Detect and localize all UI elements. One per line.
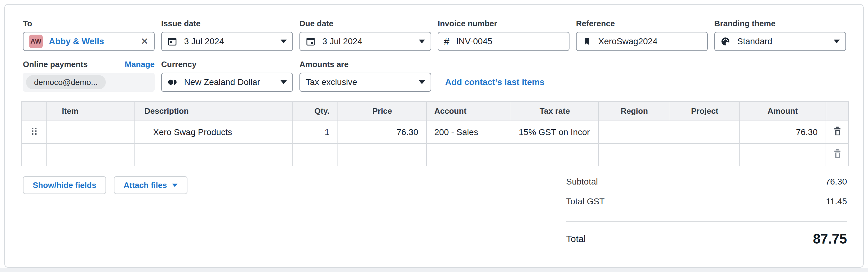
account-cell[interactable] xyxy=(427,143,511,166)
table-header-row: Item Description Qty. Price Account Tax … xyxy=(22,101,848,121)
to-field: To AW Abby & Wells ✕ xyxy=(23,19,155,51)
issue-date-label: Issue date xyxy=(161,19,200,28)
line-items-table-wrap: Item Description Qty. Price Account Tax … xyxy=(21,101,847,166)
chevron-down-icon xyxy=(172,183,178,187)
price-cell[interactable]: 76.30 xyxy=(338,121,427,143)
qty-cell[interactable]: 1 xyxy=(292,121,338,143)
project-cell[interactable] xyxy=(670,143,739,166)
col-header-tax-rate: Tax rate xyxy=(511,101,598,121)
online-payments-field: Online payments Manage democo@demo... xyxy=(23,60,155,92)
calendar-icon xyxy=(167,36,177,46)
bottom-section: Show/hide fields Attach files Subtotal 7… xyxy=(23,176,847,247)
invoice-number-input[interactable]: # INV-0045 xyxy=(438,32,569,51)
currency-field: Currency New Zealand Dollar xyxy=(161,60,293,92)
line-items-table: Item Description Qty. Price Account Tax … xyxy=(21,101,849,166)
reference-input[interactable]: XeroSwag2024 xyxy=(576,32,708,51)
due-date-value: 3 Jul 2024 xyxy=(322,36,362,46)
table-row-empty xyxy=(22,143,848,166)
delete-row-cell[interactable] xyxy=(826,143,848,166)
item-cell[interactable] xyxy=(47,143,134,166)
hash-icon: # xyxy=(444,36,450,47)
delete-column-header xyxy=(826,101,848,121)
currency-coins-icon xyxy=(167,77,177,87)
show-hide-fields-button[interactable]: Show/hide fields xyxy=(23,176,106,194)
attach-files-button[interactable]: Attach files xyxy=(114,176,187,194)
tax-rate-cell[interactable]: 15% GST on Incor xyxy=(511,121,598,143)
total-value: 87.75 xyxy=(813,231,847,247)
chevron-down-icon xyxy=(834,40,840,43)
total-gst-value: 11.45 xyxy=(826,197,847,206)
region-cell[interactable] xyxy=(598,143,670,166)
due-date-field: Due date 3 Jul 2024 xyxy=(300,19,431,51)
action-buttons: Show/hide fields Attach files xyxy=(23,176,187,194)
amounts-are-value: Tax exclusive xyxy=(306,77,357,87)
trash-icon[interactable] xyxy=(833,126,842,136)
qty-cell[interactable] xyxy=(292,143,338,166)
table-row: Xero Swag Products 1 76.30 200 - Sales 1… xyxy=(22,121,848,143)
calendar-due-icon xyxy=(306,36,315,46)
contact-name-link[interactable]: Abby & Wells xyxy=(49,36,104,46)
totals-divider xyxy=(566,221,847,222)
invoice-number-field: Invoice number # INV-0045 xyxy=(438,19,569,51)
tax-rate-cell[interactable] xyxy=(511,143,598,166)
delete-row-cell[interactable] xyxy=(826,121,848,143)
col-header-region: Region xyxy=(598,101,670,121)
total-gst-row: Total GST 11.45 xyxy=(566,197,847,206)
to-label: To xyxy=(23,19,32,28)
invoice-number-value: INV-0045 xyxy=(456,36,493,46)
branding-theme-select[interactable]: Standard xyxy=(714,32,846,51)
chevron-down-icon xyxy=(419,40,425,43)
amount-cell[interactable] xyxy=(739,143,826,166)
remove-contact-icon[interactable]: ✕ xyxy=(141,37,149,46)
amounts-are-label: Amounts are xyxy=(300,60,349,69)
reference-field: Reference XeroSwag2024 xyxy=(576,19,708,51)
col-header-project: Project xyxy=(670,101,739,121)
invoice-header-row: To AW Abby & Wells ✕ Issue date xyxy=(23,19,847,51)
branding-theme-field: Branding theme Standard xyxy=(714,19,846,51)
col-header-description: Description xyxy=(134,101,292,121)
branding-theme-value: Standard xyxy=(737,36,772,46)
payments-row: Online payments Manage democo@demo... Cu… xyxy=(23,60,847,92)
row-drag-cell[interactable] xyxy=(22,121,47,143)
subtotal-label: Subtotal xyxy=(566,177,598,187)
col-header-price: Price xyxy=(338,101,427,121)
due-date-picker[interactable]: 3 Jul 2024 xyxy=(300,32,431,51)
chevron-down-icon xyxy=(419,80,425,84)
contact-avatar: AW xyxy=(29,35,43,48)
amounts-are-field: Amounts are Tax exclusive xyxy=(300,60,431,92)
price-cell[interactable] xyxy=(338,143,427,166)
bookmark-icon xyxy=(582,37,591,46)
chevron-down-icon xyxy=(281,40,287,43)
online-payments-box: democo@demo... xyxy=(23,73,155,92)
issue-date-picker[interactable]: 3 Jul 2024 xyxy=(161,32,293,51)
contact-selector[interactable]: AW Abby & Wells ✕ xyxy=(23,32,155,51)
add-contacts-last-items-link[interactable]: Add contact’s last items xyxy=(445,73,545,92)
row-drag-cell[interactable] xyxy=(22,143,47,166)
currency-select[interactable]: New Zealand Dollar xyxy=(161,73,293,92)
due-date-label: Due date xyxy=(300,19,334,28)
trash-icon[interactable] xyxy=(833,149,842,159)
branding-theme-label: Branding theme xyxy=(714,19,776,28)
reference-label: Reference xyxy=(576,19,615,28)
drag-handle-icon[interactable] xyxy=(31,126,38,136)
currency-label: Currency xyxy=(161,60,196,69)
total-gst-label: Total GST xyxy=(566,197,604,206)
region-cell[interactable] xyxy=(598,121,670,143)
invoice-form-card: To AW Abby & Wells ✕ Issue date xyxy=(4,4,864,268)
payment-account-chip[interactable]: democo@demo... xyxy=(26,75,106,89)
item-cell[interactable] xyxy=(47,121,134,143)
account-cell[interactable]: 200 - Sales xyxy=(427,121,511,143)
description-cell[interactable]: Xero Swag Products xyxy=(134,121,292,143)
project-cell[interactable] xyxy=(670,121,739,143)
currency-value: New Zealand Dollar xyxy=(184,77,260,87)
manage-payments-link[interactable]: Manage xyxy=(125,60,155,69)
description-cell[interactable] xyxy=(134,143,292,166)
amount-cell[interactable]: 76.30 xyxy=(739,121,826,143)
totals-panel: Subtotal 76.30 Total GST 11.45 Total 87.… xyxy=(566,176,847,247)
invoice-number-label: Invoice number xyxy=(438,19,497,28)
total-label: Total xyxy=(566,234,586,244)
issue-date-value: 3 Jul 2024 xyxy=(184,36,224,46)
amounts-are-select[interactable]: Tax exclusive xyxy=(300,73,431,92)
col-header-amount: Amount xyxy=(739,101,826,121)
drag-column-header xyxy=(22,101,47,121)
